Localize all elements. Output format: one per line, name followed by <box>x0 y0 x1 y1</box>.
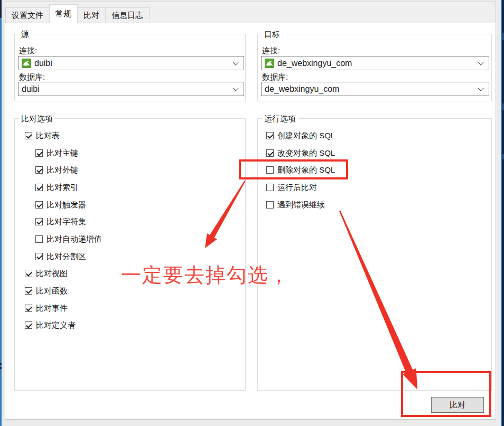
target-connection-value: de_webxingyu_com <box>277 59 352 68</box>
target-group: 目标 连接: de_webxingyu_com 数据库: de_webxingy… <box>257 34 492 101</box>
checkbox-box <box>266 184 274 191</box>
target-database-label: 数据库: <box>262 72 288 82</box>
target-group-title: 目标 <box>262 30 282 39</box>
source-database-select[interactable]: duibi <box>18 82 244 96</box>
chevron-down-icon <box>232 59 238 65</box>
tab-settings-file[interactable]: 设置文件 <box>5 7 50 23</box>
checkbox-label: 改变对象的 SQL <box>277 148 335 158</box>
checkbox-box <box>35 149 43 157</box>
target-database-value: de_webxingyu_com <box>265 84 339 94</box>
checkbox-compare-views[interactable]: 比对视图 <box>25 268 68 279</box>
checkbox-box <box>25 287 32 295</box>
checkbox-label: 遇到错误继续 <box>277 200 325 210</box>
checkbox-create-object-sql[interactable]: 创建对象的 SQL <box>266 130 335 141</box>
checkbox-label: 比对函数 <box>36 286 68 296</box>
checkbox-label: 比对外键 <box>46 165 78 175</box>
checkbox-compare-functions[interactable]: 比对函数 <box>25 286 68 296</box>
checkbox-box <box>35 253 43 260</box>
checkbox-box <box>25 270 32 277</box>
tab-general[interactable]: 常规 <box>49 4 78 23</box>
checkbox-compare-partitions[interactable]: 比对分割区 <box>35 251 86 262</box>
checkbox-box <box>266 149 274 157</box>
checkbox-compare-tables[interactable]: 比对表 <box>25 130 60 141</box>
checkbox-label: 比对触发器 <box>46 200 86 210</box>
checkbox-label: 比对主键 <box>46 148 78 158</box>
source-connection-select[interactable]: duibi <box>18 56 244 70</box>
source-connection-value: duibi <box>34 59 52 68</box>
checkbox-label: 运行后比对 <box>277 183 317 193</box>
checkbox-box <box>266 201 274 209</box>
compare-options-title: 比对选项 <box>19 114 55 123</box>
source-connection-label: 连接: <box>19 46 37 56</box>
checkbox-box <box>25 321 32 329</box>
highlight-box-drop-sql <box>239 159 348 179</box>
checkbox-alter-object-sql[interactable]: 改变对象的 SQL <box>266 148 335 158</box>
checkbox-compare-triggers[interactable]: 比对触发器 <box>35 200 86 210</box>
compare-options-group: 比对选项 比对表 比对主键 比对外键 比对索引 比对触发器 <box>14 118 246 391</box>
checkbox-label: 比对字符集 <box>46 217 86 227</box>
checkbox-compare-primary-keys[interactable]: 比对主键 <box>35 148 78 158</box>
checkbox-box <box>35 166 43 174</box>
checkbox-compare-character-sets[interactable]: 比对字符集 <box>35 216 86 227</box>
chevron-down-icon <box>232 85 238 91</box>
target-connection-select[interactable]: de_webxingyu_com <box>261 56 489 70</box>
checkbox-compare-definers[interactable]: 比对定义者 <box>25 320 76 330</box>
checkbox-compare-indexes[interactable]: 比对索引 <box>35 182 78 193</box>
checkbox-label: 比对分割区 <box>46 252 86 262</box>
checkbox-compare-foreign-keys[interactable]: 比对外键 <box>35 165 78 175</box>
sync-dialog-window: 设置文件 常规 比对 信息日志 源 连接: duibi 数据库: duibi <box>5 2 496 420</box>
checkbox-label: 比对表 <box>36 131 60 141</box>
checkbox-box <box>35 218 43 225</box>
checkbox-label: 比对索引 <box>46 183 78 193</box>
source-database-label: 数据库: <box>19 72 45 82</box>
source-group: 源 连接: duibi 数据库: duibi <box>14 34 246 101</box>
checkbox-box <box>266 132 274 139</box>
mysql-connection-icon <box>22 59 31 68</box>
checkbox-box <box>35 201 43 209</box>
checkbox-box <box>25 305 32 312</box>
checkbox-box <box>35 184 43 191</box>
tab-bar: 设置文件 常规 比对 信息日志 <box>5 2 496 23</box>
general-tab-page: 源 连接: duibi 数据库: duibi 目标 连接: <box>5 23 496 419</box>
checkbox-compare-auto-increment[interactable]: 比对自动递增值 <box>35 234 102 244</box>
checkbox-label: 创建对象的 SQL <box>277 131 335 141</box>
mysql-connection-icon <box>265 59 274 68</box>
chevron-down-icon <box>478 85 483 91</box>
source-group-title: 源 <box>19 30 31 39</box>
tab-compare[interactable]: 比对 <box>77 7 106 23</box>
checkbox-continue-on-error[interactable]: 遇到错误继续 <box>266 200 325 210</box>
annotation-note: 一定要去掉勾选， <box>121 263 290 287</box>
checkbox-label: 比对定义者 <box>36 320 76 330</box>
highlight-box-compare-button <box>401 371 491 417</box>
checkbox-box <box>35 235 43 243</box>
checkbox-compare-events[interactable]: 比对事件 <box>25 303 68 314</box>
checkbox-label: 比对自动递增值 <box>46 234 102 244</box>
checkbox-compare-after-run[interactable]: 运行后比对 <box>266 182 317 193</box>
checkbox-label: 比对视图 <box>36 269 68 279</box>
checkbox-box <box>25 132 32 139</box>
run-options-title: 运行选项 <box>262 114 298 123</box>
target-connection-label: 连接: <box>262 46 280 56</box>
source-database-value: duibi <box>22 84 40 94</box>
chevron-down-icon <box>478 59 483 65</box>
target-database-select[interactable]: de_webxingyu_com <box>261 82 489 96</box>
window-edge-right <box>501 0 504 426</box>
checkbox-label: 比对事件 <box>36 304 68 314</box>
tab-log[interactable]: 信息日志 <box>105 7 150 23</box>
window-edge-left <box>0 0 2 426</box>
